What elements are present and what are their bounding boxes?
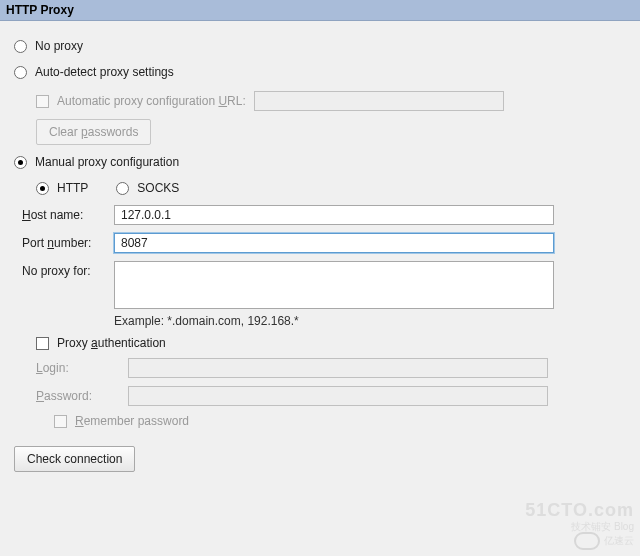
radio-icon [116, 182, 129, 195]
port-number-label: Port number: [22, 233, 114, 250]
port-number-input[interactable] [114, 233, 554, 253]
proxy-authentication-label: Proxy authentication [57, 336, 166, 350]
http-proxy-option[interactable]: HTTP [36, 181, 88, 195]
no-proxy-example: Example: *.domain.com, 192.168.* [114, 314, 626, 328]
watermark: 51CTO.com 技术铺安 Blog 亿速云 [525, 501, 634, 550]
radio-icon [14, 40, 27, 53]
radio-icon [14, 156, 27, 169]
no-proxy-for-input[interactable] [114, 261, 554, 309]
auto-config-url-checkbox [36, 95, 49, 108]
manual-proxy-label: Manual proxy configuration [35, 155, 179, 169]
auto-config-url-row: Automatic proxy configuration URL: [36, 91, 626, 111]
auto-detect-option[interactable]: Auto-detect proxy settings [14, 65, 626, 79]
socks-label: SOCKS [137, 181, 179, 195]
auto-config-url-input [254, 91, 504, 111]
remember-password-label: Remember password [75, 414, 189, 428]
check-connection-button[interactable]: Check connection [14, 446, 135, 472]
window-title: HTTP Proxy [0, 0, 640, 21]
socks-proxy-option[interactable]: SOCKS [116, 181, 179, 195]
auto-config-url-label: Automatic proxy configuration URL: [57, 94, 246, 108]
password-input [128, 386, 548, 406]
login-label: Login: [36, 358, 128, 375]
auto-detect-label: Auto-detect proxy settings [35, 65, 174, 79]
password-label: Password: [36, 386, 128, 403]
login-input [128, 358, 548, 378]
remember-password-checkbox: Remember password [54, 414, 189, 428]
no-proxy-option[interactable]: No proxy [14, 39, 626, 53]
checkbox-icon [36, 337, 49, 350]
proxy-authentication-checkbox[interactable]: Proxy authentication [36, 336, 166, 350]
host-name-input[interactable] [114, 205, 554, 225]
cloud-icon [574, 532, 600, 550]
host-name-label: Host name: [22, 205, 114, 222]
settings-panel: No proxy Auto-detect proxy settings Auto… [0, 21, 640, 484]
no-proxy-for-label: No proxy for: [22, 261, 114, 278]
radio-icon [36, 182, 49, 195]
manual-proxy-option[interactable]: Manual proxy configuration [14, 155, 626, 169]
http-label: HTTP [57, 181, 88, 195]
radio-icon [14, 66, 27, 79]
no-proxy-label: No proxy [35, 39, 83, 53]
clear-passwords-button: Clear passwords [36, 119, 151, 145]
checkbox-icon [54, 415, 67, 428]
